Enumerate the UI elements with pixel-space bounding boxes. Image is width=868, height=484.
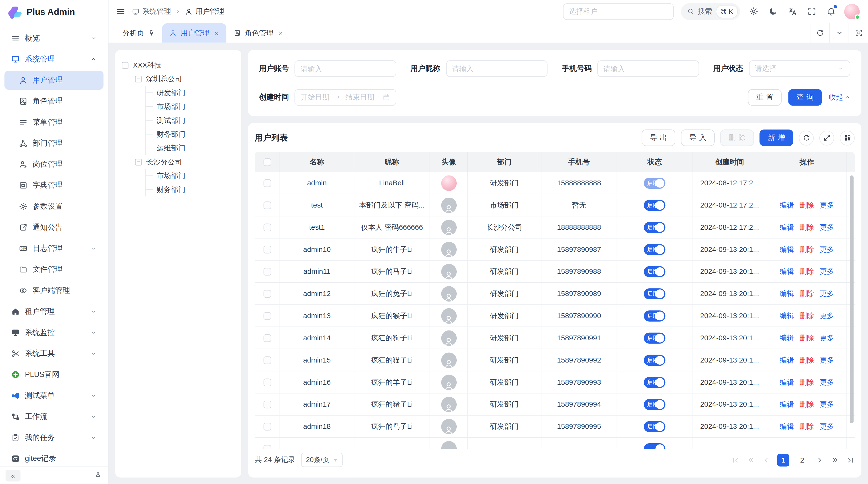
tree-collapse-icon[interactable] (122, 62, 128, 68)
add-button[interactable]: 新增 (760, 129, 793, 146)
edit-link[interactable]: 编辑 (780, 421, 794, 431)
status-toggle[interactable]: 启用 (644, 244, 665, 255)
row-checkbox[interactable] (263, 356, 271, 364)
refresh-tab-button[interactable] (810, 23, 829, 42)
refresh-table-button[interactable] (799, 130, 814, 146)
sidebar-collapse-button[interactable]: « (5, 470, 21, 481)
status-toggle[interactable]: 启用 (644, 200, 665, 211)
tree-node-dept[interactable]: 财务部门 (146, 183, 235, 196)
status-select[interactable]: 请选择 (749, 61, 850, 77)
more-link[interactable]: 更多 (819, 222, 834, 232)
status-toggle[interactable]: 启用 (644, 355, 665, 366)
sidebar-item-role-mgmt[interactable]: 角色管理 (4, 92, 103, 110)
page-2-button[interactable]: 2 (796, 453, 808, 466)
row-checkbox[interactable] (263, 246, 271, 253)
language-button[interactable] (786, 5, 798, 18)
tab-analysis[interactable]: 分析页 (115, 23, 162, 42)
sidebar-item-test-menu[interactable]: 测试菜单 (4, 386, 103, 405)
settings-button[interactable] (747, 5, 760, 18)
status-toggle[interactable] (644, 443, 665, 449)
more-link[interactable]: 更多 (819, 421, 834, 431)
notifications-button[interactable] (825, 5, 837, 18)
tree-node-dept[interactable]: 测试部门 (146, 114, 235, 127)
delete-link[interactable]: 删除 (800, 399, 814, 409)
status-toggle[interactable]: 启用 (644, 266, 665, 277)
delete-link[interactable]: 删除 (800, 200, 814, 210)
next-page-button[interactable] (815, 456, 824, 464)
edit-link[interactable]: 编辑 (780, 200, 794, 210)
status-toggle[interactable]: 启用 (644, 377, 665, 388)
tree-node-dept[interactable]: 市场部门 (146, 169, 235, 183)
tree-node-dept[interactable]: 财务部门 (146, 127, 235, 141)
more-link[interactable]: 更多 (819, 311, 834, 321)
tree-node-shenzhen[interactable]: 深圳总公司 (135, 72, 235, 86)
close-icon[interactable] (278, 30, 283, 36)
nickname-input[interactable] (446, 61, 547, 77)
prev-group-button[interactable] (746, 456, 755, 464)
breadcrumb-parent[interactable]: 系统管理 (132, 6, 171, 16)
sidebar-item-overview[interactable]: 概览 (4, 29, 103, 47)
sidebar-item-post-mgmt[interactable]: 岗位管理 (4, 155, 103, 174)
tab-user-mgmt[interactable]: 用户管理 (162, 23, 226, 42)
tree-node-root[interactable]: XXX科技 (122, 58, 235, 72)
edit-link[interactable]: 编辑 (780, 222, 794, 232)
edit-link[interactable]: 编辑 (780, 333, 794, 343)
sidebar-item-client-mgmt[interactable]: 客户端管理 (4, 281, 103, 300)
global-search[interactable]: 搜索 ⌘ K (681, 3, 740, 20)
hamburger-icon[interactable] (116, 6, 126, 16)
delete-link[interactable]: 删除 (800, 245, 814, 254)
row-checkbox[interactable] (263, 423, 271, 430)
row-checkbox[interactable] (263, 223, 271, 231)
more-link[interactable]: 更多 (819, 245, 834, 254)
tab-role-mgmt[interactable]: 角色管理 (226, 23, 290, 42)
delete-link[interactable]: 删除 (800, 266, 814, 276)
sidebar-item-params[interactable]: 参数设置 (4, 197, 103, 216)
row-checkbox[interactable] (263, 445, 271, 449)
sidebar-item-menu-mgmt[interactable]: 菜单管理 (4, 113, 103, 132)
sidebar-item-sys-tools[interactable]: 系统工具 (4, 344, 103, 363)
first-page-button[interactable] (731, 456, 740, 464)
sidebar-item-system[interactable]: 系统管理 (4, 50, 103, 69)
sidebar-item-file-mgmt[interactable]: 文件管理 (4, 260, 103, 279)
export-button[interactable]: 导出 (642, 129, 675, 146)
delete-link[interactable]: 删除 (800, 222, 814, 232)
tree-node-dept[interactable]: 运维部门 (146, 141, 235, 155)
delete-link[interactable]: 删除 (800, 421, 814, 431)
delete-link[interactable]: 删除 (800, 377, 814, 387)
delete-button[interactable]: 删除 (720, 129, 754, 146)
row-checkbox[interactable] (263, 201, 271, 209)
tree-node-dept[interactable]: 研发部门 (146, 86, 235, 100)
delete-link[interactable]: 删除 (800, 289, 814, 298)
dark-mode-button[interactable] (767, 5, 779, 18)
last-page-button[interactable] (846, 456, 855, 464)
status-toggle[interactable]: 启用 (644, 399, 665, 410)
delete-link[interactable]: 删除 (800, 355, 814, 365)
phone-input[interactable] (597, 61, 699, 77)
edit-link[interactable]: 编辑 (780, 245, 794, 254)
more-link[interactable]: 更多 (819, 266, 834, 276)
tab-menu-button[interactable] (829, 23, 848, 42)
column-settings-button[interactable] (840, 130, 855, 146)
more-link[interactable]: 更多 (819, 333, 834, 343)
more-link[interactable]: 更多 (819, 355, 834, 365)
edit-link[interactable]: 编辑 (780, 377, 794, 387)
search-button[interactable]: 查询 (788, 89, 822, 105)
sidebar-item-notice[interactable]: 通知公告 (4, 218, 103, 237)
import-button[interactable]: 导入 (681, 129, 715, 146)
status-toggle[interactable]: 启用 (644, 178, 665, 189)
edit-link[interactable]: 编辑 (780, 355, 794, 365)
sidebar-item-my-tasks[interactable]: 我的任务 (4, 428, 103, 447)
avatar[interactable] (844, 4, 860, 19)
more-link[interactable]: 更多 (819, 377, 834, 387)
row-checkbox[interactable] (263, 179, 271, 187)
collapse-filters-link[interactable]: 收起 (829, 92, 850, 102)
page-1-button[interactable]: 1 (777, 453, 789, 466)
reset-button[interactable]: 重置 (748, 89, 782, 105)
close-icon[interactable] (214, 30, 219, 36)
delete-link[interactable]: 删除 (800, 311, 814, 321)
more-link[interactable]: 更多 (819, 289, 834, 298)
edit-link[interactable]: 编辑 (780, 266, 794, 276)
status-toggle[interactable]: 启用 (644, 332, 665, 344)
status-toggle[interactable]: 启用 (644, 222, 665, 233)
prev-page-button[interactable] (762, 456, 771, 464)
